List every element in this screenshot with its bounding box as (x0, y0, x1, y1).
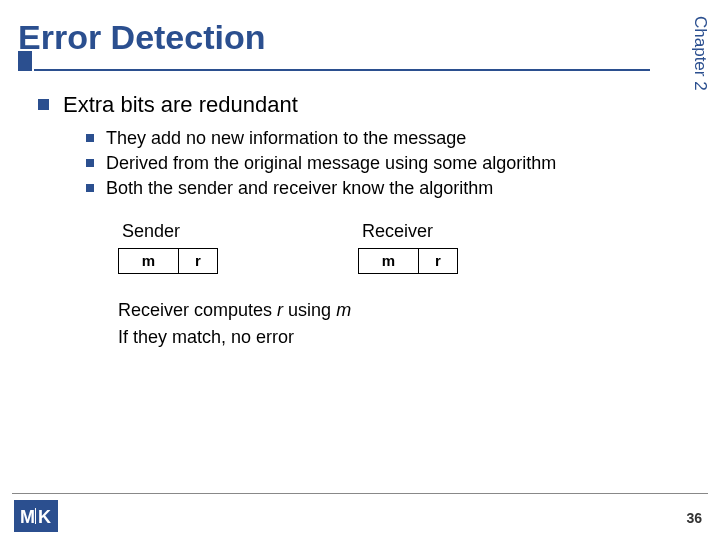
sub-c-text: Both the sender and receiver know the al… (106, 178, 493, 199)
svg-rect-2 (35, 508, 36, 524)
sender-frame: m r (118, 248, 218, 274)
diagram-row: Sender m r Receiver m r (118, 221, 680, 274)
receiver-label: Receiver (362, 221, 458, 242)
content-area: Extra bits are redundant They add no new… (38, 92, 680, 354)
conclusion-line2: If they match, no error (118, 327, 680, 348)
cell-m: m (118, 248, 178, 274)
receiver-frame: m r (358, 248, 458, 274)
bullet-level2: They add no new information to the messa… (86, 128, 680, 149)
cell-r: r (178, 248, 218, 274)
title-block: Error Detection (18, 18, 650, 71)
cell-m: m (358, 248, 418, 274)
bullet-level2: Derived from the original message using … (86, 153, 680, 174)
bullet-level1: Extra bits are redundant (38, 92, 680, 118)
slide-title: Error Detection (18, 18, 650, 57)
page-number: 36 (686, 510, 702, 526)
sub-a-text: They add no new information to the messa… (106, 128, 466, 149)
title-underline (18, 65, 650, 71)
receiver-diagram: Receiver m r (358, 221, 458, 274)
svg-text:M: M (20, 507, 35, 527)
bullet-level2: Both the sender and receiver know the al… (86, 178, 680, 199)
sub-b-text: Derived from the original message using … (106, 153, 556, 174)
svg-text:K: K (38, 507, 51, 527)
conclusion-line1: Receiver computes r using m (118, 300, 680, 321)
square-bullet-icon (86, 134, 94, 142)
square-bullet-icon (38, 99, 49, 110)
square-bullet-icon (86, 159, 94, 167)
sender-label: Sender (122, 221, 218, 242)
chapter-label: Chapter 2 (690, 16, 710, 91)
publisher-logo: M K (14, 500, 58, 532)
sender-diagram: Sender m r (118, 221, 218, 274)
square-bullet-icon (86, 184, 94, 192)
bullet1-text: Extra bits are redundant (63, 92, 298, 118)
footer-divider (12, 493, 708, 495)
conclusion-block: Receiver computes r using m If they matc… (118, 300, 680, 348)
cell-r: r (418, 248, 458, 274)
